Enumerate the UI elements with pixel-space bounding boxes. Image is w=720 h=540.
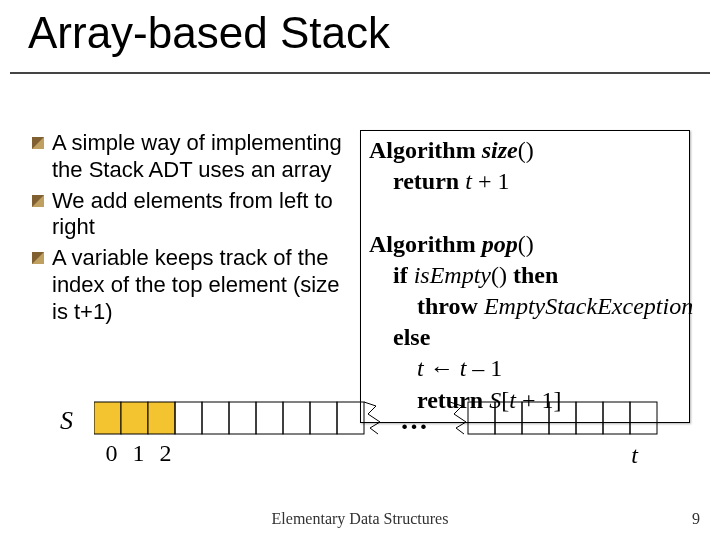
algo-line: else [369,322,681,353]
array-label-S: S [60,406,73,436]
algo-line: return t + 1 [369,166,681,197]
list-item: We add elements from left to right [30,188,360,242]
bullet-icon [30,245,52,325]
algo-line: Algorithm pop() [369,229,681,260]
algo-line: if isEmpty() then [369,260,681,291]
svg-rect-7 [121,402,148,434]
bullet-list: A simple way of implementing the Stack A… [30,130,360,423]
array-diagram: S … 012 t [60,398,680,468]
svg-rect-19 [549,402,576,434]
page-number: 9 [692,510,700,528]
svg-rect-16 [468,402,495,434]
svg-rect-22 [630,402,657,434]
svg-rect-10 [202,402,229,434]
algo-line: throw EmptyStackException [369,291,681,322]
slide: Array-based Stack A simple way of implem… [0,0,720,540]
svg-rect-9 [175,402,202,434]
index-labels: 012 [98,440,179,467]
array-strip-right [450,398,660,438]
footer-title: Elementary Data Structures [0,510,720,528]
index-2: 2 [152,440,179,467]
algo-line: t ← t – 1 [369,353,681,384]
svg-rect-20 [576,402,603,434]
index-0: 0 [98,440,125,467]
svg-rect-15 [337,402,364,434]
algo-line: Algorithm size() [369,135,681,166]
svg-rect-18 [522,402,549,434]
svg-rect-11 [229,402,256,434]
list-item: A simple way of implementing the Stack A… [30,130,360,184]
content-columns: A simple way of implementing the Stack A… [30,130,690,423]
bullet-text: A simple way of implementing the Stack A… [52,130,360,184]
svg-rect-14 [310,402,337,434]
algorithm-box: Algorithm size() return t + 1 Algorithm … [360,130,690,423]
array-label-t: t [631,442,638,469]
svg-rect-12 [256,402,283,434]
svg-rect-13 [283,402,310,434]
array-strip-left [94,398,384,438]
bullet-text: We add elements from left to right [52,188,360,242]
svg-rect-6 [94,402,121,434]
bullet-icon [30,130,52,184]
svg-rect-21 [603,402,630,434]
index-1: 1 [125,440,152,467]
ellipsis: … [400,404,428,436]
svg-rect-17 [495,402,522,434]
bullet-text: A variable keeps track of the index of t… [52,245,360,325]
title-underline [10,72,710,74]
algo-line [369,197,681,228]
svg-rect-8 [148,402,175,434]
bullet-icon [30,188,52,242]
page-title: Array-based Stack [28,8,390,58]
list-item: A variable keeps track of the index of t… [30,245,360,325]
